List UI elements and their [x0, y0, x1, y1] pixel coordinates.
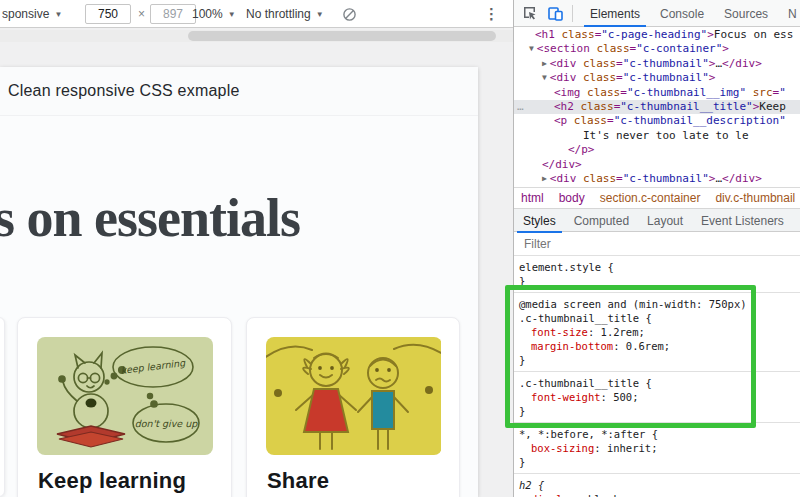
css-line: } [514, 274, 800, 288]
css-line: .c-thumbnail__title { [514, 311, 800, 325]
tree-row[interactable]: ▶<div class="c-thumbnail">…</div> [514, 57, 800, 71]
sidebar-tab-event-listeners[interactable]: Event Listeners [692, 209, 793, 232]
viewport-height-input[interactable] [150, 4, 196, 24]
tree-row[interactable]: It's never too late to le [514, 129, 800, 143]
code-token: class [555, 28, 595, 41]
code-token: > [709, 71, 716, 84]
sidebar-tab-layout[interactable]: Layout [638, 209, 692, 232]
code-token: </p> [568, 143, 595, 156]
breadcrumb-item[interactable]: html [521, 191, 544, 205]
css-line: *, *:before, *:after { [514, 427, 800, 441]
css-property-value[interactable]: 1.2rem; [601, 326, 645, 338]
devtools-tabs: ElementsConsoleSourcesN [580, 0, 800, 27]
sidebar-tab-computed[interactable]: Computed [565, 209, 638, 232]
tab-elements[interactable]: Elements [580, 0, 650, 27]
tab-console[interactable]: Console [650, 0, 714, 27]
code-token: <img [554, 86, 581, 99]
tree-row[interactable]: <h1 class="c-page-heading">Focus on ess [514, 28, 800, 42]
css-rule[interactable]: *, *:before, *:after {box-sizing: inheri… [514, 423, 800, 474]
css-property-name[interactable]: font-size [531, 326, 588, 338]
styles-filter-input[interactable] [514, 237, 714, 251]
code-token: "c-thumbnail__title" [620, 100, 752, 113]
code-token: "c-thumbnail" [623, 57, 709, 70]
rendered-page: Clean responsive CSS exmaple s on essent… [0, 67, 478, 497]
css-property-value[interactable]: block; [588, 493, 626, 497]
site-title: Clean responsive CSS exmaple [0, 82, 240, 100]
tree-row[interactable]: ▶<div class="c-thumbnail">…</div> [514, 172, 800, 186]
tree-row[interactable]: <p class="c-thumbnail__description" [514, 114, 800, 128]
code-token: <div [550, 71, 577, 84]
card-share[interactable]: Share [246, 317, 460, 497]
twisty-collapsed-icon[interactable]: ▶ [542, 174, 547, 183]
css-line: @media screen and (min-width: 750px) [514, 297, 800, 311]
css-line: } [514, 455, 800, 469]
zoom-dropdown[interactable]: 100% ▼ [192, 0, 236, 28]
css-property-value[interactable]: 0.6rem; [626, 340, 670, 352]
twisty-expanded-icon[interactable]: ▼ [542, 73, 547, 82]
device-type-dropdown[interactable]: sponsive ▼ [2, 0, 62, 28]
scrollbar-thumb[interactable] [188, 31, 496, 41]
css-property-name[interactable]: margin-bottom [531, 340, 613, 352]
tree-row[interactable]: </p> [514, 143, 800, 157]
tab-sources[interactable]: Sources [714, 0, 778, 27]
twisty-expanded-icon[interactable]: ▼ [529, 44, 534, 53]
css-property-name[interactable]: font-weight [531, 391, 601, 403]
code-token: class [567, 114, 607, 127]
page-heading: s on essentials [0, 187, 478, 249]
css-property-name[interactable]: display [531, 493, 575, 497]
bubble-dont-give-up-text: don't give up [135, 418, 198, 429]
tree-row[interactable]: </div> [514, 158, 800, 172]
tree-row[interactable]: ▼<section class="c-container"> [514, 42, 800, 56]
device-toolbar: sponsive ▼ × 100% ▼ No throttling ▼ ⋮ [0, 0, 513, 28]
toggle-device-toolbar-icon[interactable] [547, 5, 564, 22]
tree-row[interactable]: …<h2 class="c-thumbnail__title">Keep [514, 100, 800, 114]
sidebar-tab-styles[interactable]: Styles [514, 209, 565, 232]
code-token: class [576, 57, 616, 70]
code-token: </div> [722, 57, 762, 70]
code-token: class [576, 71, 616, 84]
throttling-dropdown[interactable]: No throttling ▼ [246, 0, 324, 28]
no-throttling-icon [342, 0, 357, 28]
css-line: font-size: 1.2rem; [514, 325, 800, 339]
css-rule[interactable]: h2 {display: block; [514, 474, 800, 497]
partial-card [0, 317, 5, 497]
breadcrumb: htmlbodysection.c-containerdiv.c-thumbna… [514, 187, 800, 208]
css-property-name[interactable]: box-sizing [531, 442, 594, 454]
code-token: <h2 [554, 100, 574, 113]
code-token: <section [537, 42, 590, 55]
inspect-element-icon[interactable] [521, 5, 538, 22]
code-token: src [746, 86, 773, 99]
code-token: = [616, 172, 623, 185]
code-token: "c-thumbnail" [623, 172, 709, 185]
card-title: Keep learning [38, 468, 186, 494]
css-line: element.style { [514, 260, 800, 274]
tree-row[interactable]: ▼<div class="c-thumbnail"> [514, 71, 800, 85]
css-property-value[interactable]: inherit; [607, 442, 658, 454]
css-line: } [514, 353, 800, 367]
code-token: = [607, 114, 614, 127]
breadcrumb-item[interactable]: div.c-thumbnail [715, 191, 795, 205]
horizontal-scrollbar[interactable] [0, 30, 513, 42]
breadcrumb-item[interactable]: body [559, 191, 585, 205]
css-property-value[interactable]: 500; [613, 391, 638, 403]
tree-row[interactable]: <img class="c-thumbnail__img" src=" [514, 86, 800, 100]
css-line: } [514, 404, 800, 418]
css-rule[interactable]: .c-thumbnail__title {font-weight: 500;} [514, 372, 800, 423]
code-token: class [581, 86, 621, 99]
tab-n[interactable]: N [778, 0, 800, 27]
code-token: <h1 [535, 28, 555, 41]
code-token: class [590, 42, 630, 55]
styles-filter-bar [514, 232, 800, 256]
viewport-width-input[interactable] [85, 4, 131, 24]
card-keep-learning[interactable]: keep learning don't give up Keep learnin… [17, 317, 232, 497]
code-token: class [574, 100, 614, 113]
devtools-panel: ElementsConsoleSourcesN <h1 class="c-pag… [513, 0, 800, 497]
device-toolbar-more-options-button[interactable]: ⋮ [484, 0, 499, 28]
css-line: box-sizing: inherit; [514, 441, 800, 455]
breadcrumb-item[interactable]: section.c-container [600, 191, 701, 205]
twisty-collapsed-icon[interactable]: ▶ [542, 59, 547, 68]
throttling-value: No throttling [246, 7, 311, 21]
css-line: .c-thumbnail__title { [514, 376, 800, 390]
css-rule[interactable]: @media screen and (min-width: 750px).c-t… [514, 293, 800, 372]
css-rule[interactable]: element.style {} [514, 256, 800, 293]
